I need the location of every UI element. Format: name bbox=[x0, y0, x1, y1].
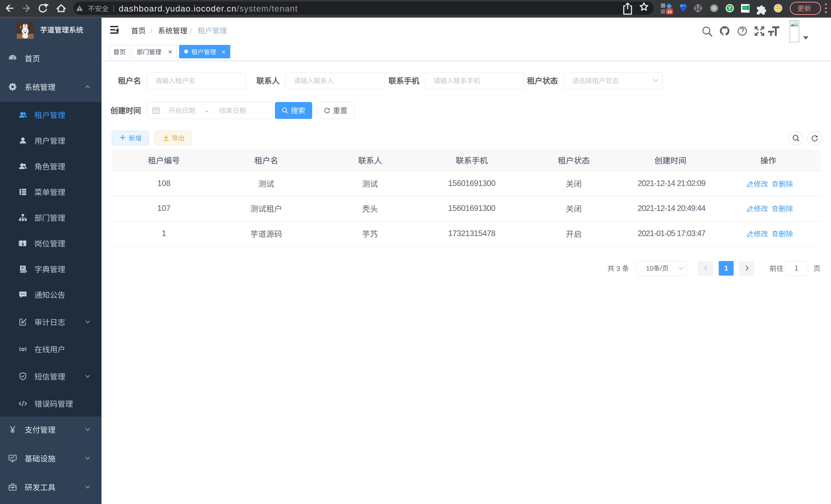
svg-text:10: 10 bbox=[667, 9, 672, 14]
